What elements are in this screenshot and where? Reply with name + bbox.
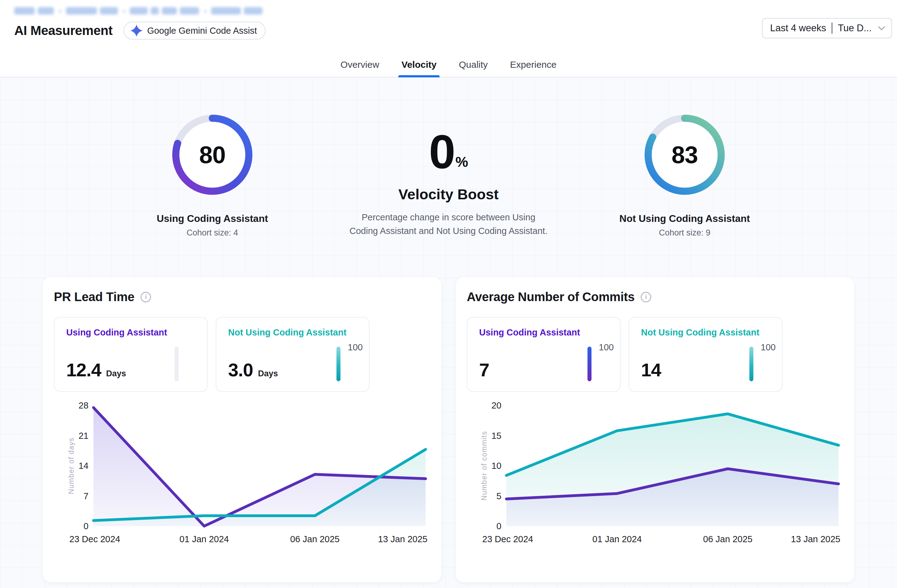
breadcrumb-segment[interactable] [162,7,177,15]
svg-text:15: 15 [491,431,501,441]
stat-gauge-max: 100 [761,342,776,352]
svg-text:23 Dec 2024: 23 Dec 2024 [69,534,120,544]
info-icon[interactable]: i [641,292,651,302]
breadcrumb-segment[interactable] [130,7,148,15]
breadcrumb-segment[interactable] [14,7,35,15]
info-icon[interactable]: i [141,292,151,302]
breadcrumb-segment[interactable] [66,7,97,15]
not-using-gauge-block: 83 Not Using Coding Assistant Cohort siz… [623,112,747,277]
boost-title: Velocity Boost [349,186,548,203]
svg-text:Number of commits: Number of commits [480,431,488,501]
stat-value: 3.0 [228,359,253,381]
stat-unit: Days [258,369,278,378]
tab-velocity[interactable]: Velocity [398,53,439,77]
stat-gauge-bar [337,347,340,381]
svg-text:28: 28 [79,400,89,410]
svg-text:Number of days: Number of days [67,437,75,494]
breadcrumb-segment[interactable] [211,7,241,15]
stat-label: Using Coding Assistant [66,328,195,338]
breadcrumb-segment[interactable] [151,7,159,15]
breadcrumb-separator: › [204,6,207,16]
svg-text:0: 0 [84,521,89,531]
breadcrumb-segment[interactable] [180,7,199,15]
pr-lead-time-chart: 07142128Number of days23 Dec 202401 Jan … [54,399,430,548]
tab-overview[interactable]: Overview [337,53,382,77]
breadcrumb-segment[interactable] [100,7,118,15]
breadcrumb[interactable]: ››› [14,6,897,16]
boost-value: 0 [429,129,456,175]
stat-label: Using Coding Assistant [479,328,608,338]
stat-gauge-bar [175,347,179,381]
content-area: 80 Using Coding Assistant Cohort size: 4… [0,77,897,588]
using-cohort-size: Cohort size: 4 [187,228,238,238]
svg-text:10: 10 [491,461,501,471]
svg-text:01 Jan 2024: 01 Jan 2024 [592,534,642,544]
svg-text:13 Jan 2025: 13 Jan 2025 [378,534,427,544]
svg-text:5: 5 [496,491,501,501]
assistant-badge[interactable]: Google Gemini Code Assist [124,21,266,40]
avg-commits-card: Average Number of Commits i Using Coding… [455,277,854,582]
commits-not-using-stat-card: Not Using Coding Assistant 14 100 [629,317,782,392]
svg-text:20: 20 [491,400,501,410]
stat-gauge-bar [588,347,591,381]
svg-text:0: 0 [496,521,501,531]
pr-lead-time-title: PR Lead Time [54,290,134,304]
not-using-gauge-label: Not Using Coding Assistant [619,213,750,224]
tab-experience[interactable]: Experience [507,53,560,77]
date-range-detail: Tue D... [838,23,872,34]
pr-not-using-stat-card: Not Using Coding Assistant 3.0 Days 100 [216,317,370,392]
stat-gauge-max: 100 [599,342,614,352]
stat-value: 7 [479,359,489,381]
boost-description: Percentage change in score between Using… [349,211,548,238]
breadcrumb-segment[interactable] [244,7,262,15]
pr-using-stat-card: Using Coding Assistant 12.4 Days [54,317,208,392]
using-gauge-block: 80 Using Coding Assistant Cohort size: 4 [150,112,274,277]
svg-text:21: 21 [79,431,89,441]
commits-using-stat-card: Using Coding Assistant 7 100 [467,317,621,392]
date-range-divider [832,23,832,34]
date-range-value: Last 4 weeks [770,23,826,34]
stat-value: 12.4 [66,359,101,381]
gemini-star-icon [130,24,143,37]
stat-unit: Days [106,369,126,378]
page-header: ››› AI Measurement Google Gemini Code As… [0,0,897,53]
tabbar: Overview Velocity Quality Experience [0,53,897,77]
svg-text:14: 14 [79,461,89,471]
stat-gauge-bar [749,347,753,381]
assistant-badge-label: Google Gemini Code Assist [147,26,257,36]
svg-text:7: 7 [84,491,89,501]
stat-label: Not Using Coding Assistant [228,328,357,338]
chevron-down-icon [878,23,885,30]
stat-value: 14 [641,359,661,381]
breadcrumb-separator: › [123,6,126,16]
not-using-score-value: 83 [641,112,728,198]
breadcrumb-segment[interactable] [38,7,54,15]
boost-unit: % [455,153,468,175]
not-using-cohort-size: Cohort size: 9 [659,228,711,238]
velocity-boost-block: 0 % Velocity Boost Percentage change in … [349,112,548,277]
svg-text:23 Dec 2024: 23 Dec 2024 [482,534,533,544]
stat-gauge-max: 100 [348,342,363,352]
svg-text:06 Jan 2025: 06 Jan 2025 [703,534,753,544]
breadcrumb-separator: › [59,6,61,16]
using-gauge-label: Using Coding Assistant [157,213,268,224]
stat-label: Not Using Coding Assistant [641,328,770,338]
page-title: AI Measurement [14,23,112,38]
using-score-value: 80 [169,112,256,198]
pr-lead-time-card: PR Lead Time i Using Coding Assistant 12… [43,277,442,582]
velocity-summary: 80 Using Coding Assistant Cohort size: 4… [0,77,897,277]
svg-text:13 Jan 2025: 13 Jan 2025 [791,534,840,544]
tab-quality[interactable]: Quality [456,53,491,77]
date-range-select[interactable]: Last 4 weeks Tue D... [762,18,892,38]
avg-commits-chart: 05101520Number of commits23 Dec 202401 J… [467,399,843,548]
svg-text:06 Jan 2025: 06 Jan 2025 [290,534,340,544]
avg-commits-title: Average Number of Commits [467,290,635,304]
svg-text:01 Jan 2024: 01 Jan 2024 [179,534,229,544]
